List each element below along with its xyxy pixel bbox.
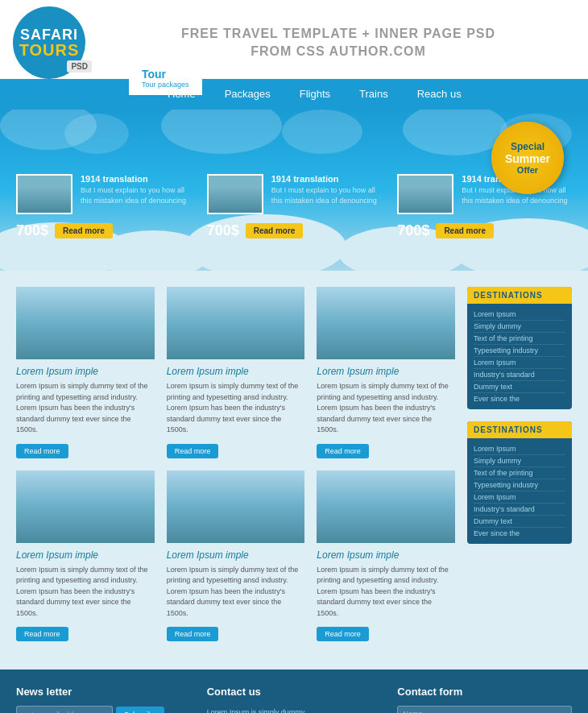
article-img-1: [16, 287, 155, 359]
footer-contact: Contact us Lorem Ipsum is simply dummy P…: [207, 686, 382, 713]
pkg-desc-1: But I must explain to you how all this m…: [81, 185, 191, 205]
article-title-3: Lorem Ipsum imple: [317, 366, 455, 377]
article-btn-2[interactable]: Read more: [167, 444, 219, 458]
dest-item-2-4[interactable]: Typesetting industry: [474, 479, 565, 491]
article-card-5: Lorem Ipsum imple Lorem Ipsum is simply …: [167, 470, 305, 642]
tagline-line1: FREE TRAVEL TEMPLATE + INNER PAGE PSD: [101, 25, 575, 43]
article-img-6: [317, 470, 455, 543]
article-text-3: Lorem Ipsum is simply dummy text of the …: [317, 381, 455, 436]
articles-grid-row2: Lorem Ipsum imple Lorem Ipsum is simply …: [16, 470, 455, 642]
pkg-desc-2: But I must explain to you how all this m…: [271, 185, 382, 205]
dest-item-2-3[interactable]: Text of the printing: [474, 467, 565, 479]
tour-sub: Tour packages: [142, 81, 189, 89]
destinations-list-1: Lorem Ipsum Simply dummy Text of the pri…: [467, 304, 572, 409]
nav-packages[interactable]: Packages: [210, 79, 285, 110]
newsletter-email-input[interactable]: [16, 706, 113, 713]
pkg-footer-1: 700$ Read more: [16, 222, 191, 239]
article-card-1: Lorem Ipsum imple Lorem Ipsum is simply …: [16, 287, 155, 458]
subscribe-button[interactable]: Subscribe: [116, 707, 164, 713]
hero-package-2: 1914 translation But I must explain to y…: [207, 174, 382, 239]
dest-item-2-2[interactable]: Simply dummy: [474, 455, 565, 467]
summer-text: Summer: [505, 152, 550, 165]
pkg-img-2: [207, 174, 263, 214]
hero-section: Special Summer Offer 1914 translation Bu…: [0, 110, 588, 271]
footer-newsletter: News letter Subscribe Social media t f i…: [16, 686, 191, 713]
nav-bar: Tour Tour packages Home Packages Flights…: [0, 79, 588, 110]
pkg-text-2: 1914 translation But I must explain to y…: [271, 174, 382, 205]
pkg-text-1: 1914 translation But I must explain to y…: [81, 174, 191, 205]
footer-form: Contact form Submit: [397, 686, 572, 713]
article-title-2: Lorem Ipsum imple: [167, 366, 305, 377]
dest-item-2-1[interactable]: Lorem Ipsum: [474, 443, 565, 455]
article-btn-1[interactable]: Read more: [16, 444, 68, 458]
article-card-3: Lorem Ipsum imple Lorem Ipsum is simply …: [317, 287, 455, 458]
hero-packages: 1914 translation But I must explain to y…: [16, 174, 572, 239]
article-btn-3[interactable]: Read more: [317, 444, 369, 458]
offer-text: Offer: [517, 165, 538, 175]
pkg-title-1: 1914 translation: [81, 174, 191, 184]
pkg-readmore-1[interactable]: Read more: [55, 223, 113, 238]
contact-form-heading: Contact form: [397, 686, 572, 698]
pkg-readmore-3[interactable]: Read more: [436, 223, 494, 238]
destinations-header-2: DESTINATIONS: [467, 421, 572, 438]
dest-item-1-4[interactable]: Typesetting industry: [474, 345, 565, 357]
article-text-6: Lorem Ipsum is simply dummy text of the …: [317, 565, 455, 620]
dest-item-1-7[interactable]: Dummy text: [474, 381, 565, 393]
dest-item-2-8[interactable]: Ever since the: [474, 528, 565, 539]
pkg-title-2: 1914 translation: [271, 174, 382, 184]
dest-item-1-5[interactable]: Lorem Ipsum: [474, 357, 565, 369]
article-title-5: Lorem Ipsum imple: [167, 549, 305, 561]
pkg-img-1: [16, 174, 72, 214]
dest-item-1-8[interactable]: Ever since the: [474, 393, 565, 404]
special-offer-badge: Special Summer Offer: [491, 122, 564, 194]
form-name-input[interactable]: [397, 706, 572, 713]
article-text-1: Lorem Ipsum is simply dummy text of the …: [16, 381, 155, 436]
article-text-2: Lorem Ipsum is simply dummy text of the …: [167, 381, 305, 436]
article-card-4: Lorem Ipsum imple Lorem Ipsum is simply …: [16, 470, 155, 642]
pkg-price-2: 700$: [207, 222, 239, 239]
tour-tab: Tour Tour packages: [129, 64, 202, 95]
article-card-6: Lorem Ipsum imple Lorem Ipsum is simply …: [317, 470, 455, 642]
article-text-5: Lorem Ipsum is simply dummy text of the …: [167, 565, 305, 620]
pkg-readmore-2[interactable]: Read more: [246, 223, 304, 238]
dest-item-2-7[interactable]: Dummy text: [474, 516, 565, 528]
articles-grid-row1: Lorem Ipsum imple Lorem Ipsum is simply …: [16, 287, 455, 458]
header-tagline: FREE TRAVEL TEMPLATE + INNER PAGE PSD FR…: [101, 25, 575, 61]
article-img-3: [317, 287, 455, 359]
nav-reach-us[interactable]: Reach us: [403, 79, 476, 110]
destinations-header-1: DESTINATIONS: [467, 287, 572, 304]
logo-tours: TOURS: [19, 42, 80, 58]
pkg-price-3: 700$: [397, 222, 429, 239]
dest-item-1-2[interactable]: Simply dummy: [474, 321, 565, 333]
articles-section: Lorem Ipsum imple Lorem Ipsum is simply …: [16, 287, 455, 653]
pkg-price-1: 700$: [16, 222, 48, 239]
top-header: SAFARI TOURS PSD FREE TRAVEL TEMPLATE + …: [0, 0, 588, 79]
tour-label: Tour: [142, 68, 189, 81]
article-img-2: [167, 287, 305, 359]
article-text-4: Lorem Ipsum is simply dummy text of the …: [16, 565, 155, 620]
article-title-4: Lorem Ipsum imple: [16, 549, 155, 561]
dest-item-1-1[interactable]: Lorem Ipsum: [474, 309, 565, 321]
dest-item-2-6[interactable]: Industry's standard: [474, 504, 565, 516]
article-btn-5[interactable]: Read more: [167, 627, 219, 641]
dest-item-1-3[interactable]: Text of the printing: [474, 333, 565, 345]
article-card-2: Lorem Ipsum imple Lorem Ipsum is simply …: [167, 287, 305, 458]
hero-package-1: 1914 translation But I must explain to y…: [16, 174, 191, 239]
nav-flights[interactable]: Flights: [285, 79, 345, 110]
sidebar: DESTINATIONS Lorem Ipsum Simply dummy Te…: [467, 287, 572, 653]
dest-item-2-5[interactable]: Lorem Ipsum: [474, 491, 565, 504]
special-text: Special: [511, 141, 545, 152]
main-content: Lorem Ipsum imple Lorem Ipsum is simply …: [0, 271, 588, 669]
nav-trains[interactable]: Trains: [345, 79, 403, 110]
pkg-top-1: 1914 translation But I must explain to y…: [16, 174, 191, 214]
pkg-img-3: [397, 174, 453, 214]
newsletter-heading: News letter: [16, 686, 191, 698]
logo: SAFARI TOURS PSD: [13, 6, 85, 79]
destinations-box-2: DESTINATIONS Lorem Ipsum Simply dummy Te…: [467, 421, 572, 544]
destinations-box-1: DESTINATIONS Lorem Ipsum Simply dummy Te…: [467, 287, 572, 409]
article-btn-6[interactable]: Read more: [317, 627, 369, 641]
dest-item-1-6[interactable]: Industry's standard: [474, 369, 565, 381]
contact-details: Lorem Ipsum is simply dummy Printing and…: [207, 706, 382, 713]
article-btn-4[interactable]: Read more: [16, 627, 68, 641]
article-img-5: [167, 470, 305, 543]
